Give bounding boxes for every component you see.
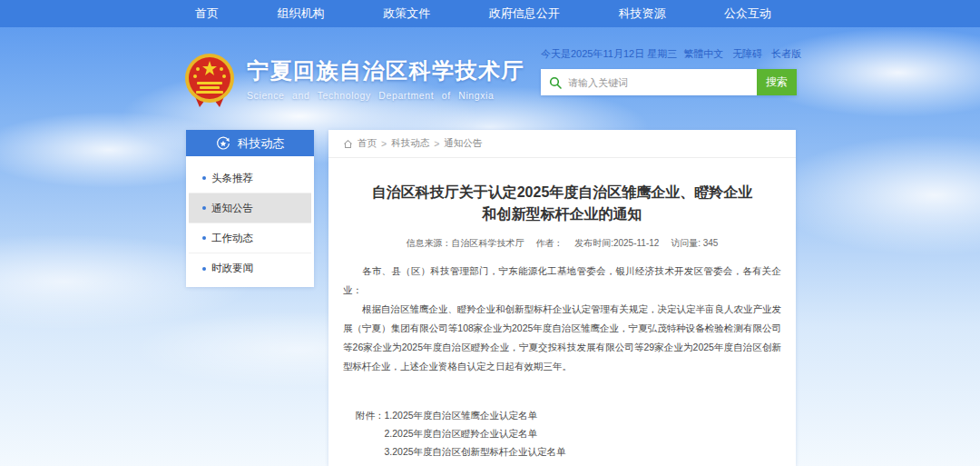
breadcrumb-separator: >: [381, 138, 387, 149]
sidebar-item-political-news[interactable]: 时政要闻: [189, 253, 311, 283]
quick-links: 繁體中文 无障碍 长者版: [677, 47, 801, 61]
article-meta: 信息来源：自治区科学技术厅 作者： 发布时间:2025-11-12 访问量: 3…: [328, 237, 796, 250]
national-emblem-logo: [181, 51, 238, 111]
site-header: 宁夏回族自治区科学技术厅 Science and Technology Depa…: [181, 45, 797, 111]
nav-item-public-interaction[interactable]: 公众互动: [715, 5, 780, 22]
attachment-link-3[interactable]: 3.2025年度自治区创新型标杆企业认定名单: [385, 442, 566, 461]
attachments-label: 附件：: [356, 406, 385, 461]
top-nav-items: 首页 组织机构 政策文件 政府信息公开 科技资源 公众互动: [186, 0, 780, 27]
meta-publish-date: 发布时间:2025-11-12: [574, 238, 659, 248]
breadcrumb-separator: >: [434, 138, 439, 149]
nav-item-gov-info-disclosure[interactable]: 政府信息公开: [480, 5, 569, 22]
today-date: 今天是2025年11月12日 星期三: [541, 47, 677, 61]
header-meta-row: 今天是2025年11月12日 星期三 繁體中文 无障碍 长者版: [541, 47, 797, 61]
bullet-icon: [202, 206, 206, 210]
article-panel: 首页 > 科技动态 > 通知公告 自治区科技厅关于认定2025年度自治区雏鹰企业…: [328, 130, 796, 466]
sidebar-item-label: 通知公告: [211, 202, 253, 215]
attachments: 附件： 1.2025年度自治区雏鹰企业认定名单 2.2025年度自治区瞪羚企业认…: [356, 406, 781, 461]
brand-text: 宁夏回族自治区科学技术厅 Science and Technology Depa…: [247, 51, 524, 101]
attachments-list: 1.2025年度自治区雏鹰企业认定名单 2.2025年度自治区瞪羚企业认定名单 …: [385, 406, 566, 461]
link-accessibility[interactable]: 无障碍: [732, 48, 762, 59]
bullet-icon: [202, 267, 206, 271]
site-title: 宁夏回族自治区科学技术厅: [247, 56, 524, 85]
sidebar-item-headline-recommend[interactable]: 头条推荐: [189, 164, 311, 193]
search-button[interactable]: 搜索: [757, 69, 797, 95]
attachment-link-1[interactable]: 1.2025年度自治区雏鹰企业认定名单: [385, 406, 566, 424]
article-paragraph: 各市、县（区）科技管理部门，宁东能源化工基地管委会，银川经济技术开发区管委会，各…: [343, 262, 781, 300]
sidebar-item-label: 头条推荐: [211, 172, 253, 185]
sidebar-header: 科技动态: [186, 130, 314, 156]
sidebar-item-notices[interactable]: 通知公告: [189, 193, 311, 223]
meta-view-count: 访问量: 345: [671, 238, 718, 248]
attachment-link-2[interactable]: 2.2025年度自治区瞪羚企业认定名单: [385, 424, 566, 442]
sidebar-item-label: 工作动态: [211, 232, 253, 245]
nav-item-organization[interactable]: 组织机构: [269, 5, 334, 22]
search-icon: [549, 76, 562, 89]
breadcrumb: 首页 > 科技动态 > 通知公告: [328, 130, 796, 158]
site-subtitle-en: Science and Technology Department of Nin…: [247, 90, 524, 101]
link-traditional-chinese[interactable]: 繁體中文: [683, 48, 723, 59]
search-bar: 搜索: [541, 69, 797, 95]
bullet-icon: [202, 176, 206, 180]
meta-author: 作者：: [535, 238, 563, 248]
search-box: [541, 69, 757, 95]
article-title: 自治区科技厅关于认定2025年度自治区雏鹰企业、瞪羚企业 和创新型标杆企业的通知: [359, 182, 765, 225]
sidebar: 科技动态 头条推荐 通知公告 工作动态 时政要闻: [186, 130, 314, 287]
breadcrumb-current: 通知公告: [444, 137, 482, 150]
nav-item-home[interactable]: 首页: [186, 5, 228, 22]
header-right: 今天是2025年11月12日 星期三 繁體中文 无障碍 长者版: [541, 45, 797, 111]
nav-item-tech-resources[interactable]: 科技资源: [609, 5, 674, 22]
article-title-line2: 和创新型标杆企业的通知: [483, 206, 642, 222]
sidebar-title: 科技动态: [238, 135, 285, 152]
sidebar-menu: 头条推荐 通知公告 工作动态 时政要闻: [186, 156, 314, 287]
tech-news-star-icon: [216, 136, 230, 151]
article-paragraph: 根据自治区雏鹰企业、瞪羚企业和创新型标杆企业认定管理有关规定，决定认定半亩良人农…: [343, 300, 781, 376]
sidebar-item-work-updates[interactable]: 工作动态: [189, 223, 311, 253]
article-body: 各市、县（区）科技管理部门，宁东能源化工基地管委会，银川经济技术开发区管委会，各…: [343, 262, 781, 376]
sidebar-item-label: 时政要闻: [211, 262, 253, 275]
home-icon: [343, 139, 353, 149]
page: 首页 组织机构 政策文件 政府信息公开 科技资源 公众互动: [0, 0, 980, 466]
meta-source: 信息来源：自治区科学技术厅: [407, 238, 524, 248]
top-nav: 首页 组织机构 政策文件 政府信息公开 科技资源 公众互动: [0, 0, 980, 27]
bullet-icon: [202, 236, 206, 240]
link-elder-version[interactable]: 长者版: [771, 48, 801, 59]
breadcrumb-tech-news[interactable]: 科技动态: [391, 137, 429, 150]
article-title-line1: 自治区科技厅关于认定2025年度自治区雏鹰企业、瞪羚企业: [372, 184, 753, 200]
site-brand: 宁夏回族自治区科学技术厅 Science and Technology Depa…: [181, 51, 524, 111]
search-input[interactable]: [568, 77, 749, 88]
breadcrumb-home[interactable]: 首页: [358, 137, 377, 150]
nav-item-policy-documents[interactable]: 政策文件: [374, 5, 439, 22]
